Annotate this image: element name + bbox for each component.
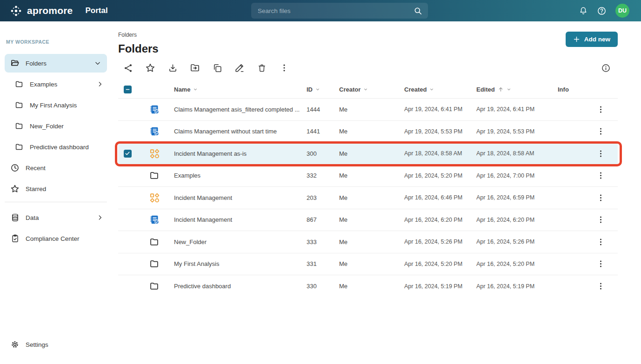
folder-icon	[14, 101, 24, 109]
sidebar: MY WORKSPACE Folders Examples	[0, 21, 112, 364]
sidebar-item-predictive-dashboard[interactable]: Predictive dashboard	[0, 138, 112, 156]
copy-icon[interactable]	[212, 62, 223, 73]
star-icon	[10, 184, 20, 193]
star-icon[interactable]	[145, 62, 156, 73]
table-row[interactable]: My First Analysis331MeApr 16, 2024, 5:20…	[118, 253, 618, 276]
user-avatar[interactable]: DU	[615, 4, 629, 18]
folder-icon	[137, 259, 165, 269]
item-edited: Apr 16, 2024, 7:00 PM	[476, 172, 558, 179]
sidebar-item-data[interactable]: Data	[0, 208, 112, 227]
brand: apromore	[10, 5, 73, 17]
item-creator: Me	[339, 283, 404, 290]
help-icon[interactable]	[597, 6, 607, 16]
item-id: 867	[307, 216, 339, 223]
item-creator: Me	[339, 172, 404, 179]
table-row[interactable]: Incident Management867MeApr 16, 2024, 6:…	[118, 209, 618, 232]
item-name[interactable]: My First Analysis	[165, 260, 307, 267]
item-created: Apr 19, 2024, 6:41 PM	[404, 106, 476, 113]
sort-chevron-icon	[315, 87, 320, 92]
item-edited: Apr 19, 2024, 6:41 PM	[476, 106, 558, 113]
folder-icon	[14, 143, 24, 151]
edit-icon[interactable]	[234, 62, 245, 73]
table-row[interactable]: Incident Management as-is300MeApr 18, 20…	[118, 143, 618, 165]
delete-trash-icon[interactable]	[256, 62, 267, 73]
folder-icon	[14, 122, 24, 130]
row-menu-kebab-icon[interactable]	[595, 281, 606, 292]
column-header-id[interactable]: ID	[307, 86, 339, 93]
row-checkbox-cell[interactable]	[118, 150, 137, 158]
sidebar-item-settings[interactable]: Settings	[0, 335, 112, 354]
item-edited: Apr 19, 2024, 5:53 PM	[476, 128, 558, 135]
search-bar[interactable]	[251, 3, 428, 19]
sidebar-item-starred[interactable]: Starred	[0, 179, 112, 198]
table-row[interactable]: Predictive dashboard330MeApr 16, 2024, 5…	[118, 275, 618, 298]
chevron-right-icon[interactable]	[97, 214, 103, 221]
item-created: Apr 16, 2024, 5:19 PM	[404, 283, 476, 290]
sidebar-item-compliance-center[interactable]: Compliance Center	[0, 229, 112, 248]
item-name[interactable]: Incident Management	[165, 216, 307, 223]
download-icon[interactable]	[167, 62, 178, 73]
column-header-info: Info	[558, 86, 618, 93]
row-menu-kebab-icon[interactable]	[595, 192, 606, 203]
share-icon[interactable]	[122, 62, 134, 73]
item-name[interactable]: Examples	[165, 172, 307, 179]
search-input[interactable]	[251, 7, 414, 14]
chevron-right-icon[interactable]	[97, 81, 103, 87]
event-log-icon	[137, 214, 165, 225]
sidebar-divider	[5, 202, 107, 202]
item-name[interactable]: Claims Management asis_filtered complete…	[165, 106, 307, 113]
row-checkbox[interactable]	[124, 150, 132, 158]
item-name[interactable]: Incident Management	[165, 194, 307, 201]
row-menu-kebab-icon[interactable]	[595, 148, 606, 159]
table-row[interactable]: Examples332MeApr 16, 2024, 5:20 PMApr 16…	[118, 165, 618, 187]
info-icon[interactable]	[600, 62, 611, 73]
row-menu-kebab-icon[interactable]	[595, 258, 606, 270]
item-id: 1444	[307, 106, 339, 113]
row-menu-kebab-icon[interactable]	[595, 236, 606, 247]
table-row[interactable]: Incident Management203MeApr 16, 2024, 6:…	[118, 187, 618, 209]
item-name[interactable]: Predictive dashboard	[165, 283, 307, 290]
gear-icon	[10, 340, 20, 349]
item-creator: Me	[339, 216, 404, 223]
item-creator: Me	[339, 128, 404, 135]
table-row[interactable]: New_Folder333MeApr 16, 2024, 5:26 PMApr …	[118, 231, 618, 253]
column-header-edited[interactable]: Edited	[476, 86, 558, 93]
sidebar-item-folders[interactable]: Folders	[5, 54, 107, 73]
item-name[interactable]: Claims Management without start time	[165, 128, 307, 135]
more-options-kebab-icon[interactable]	[279, 62, 290, 73]
sort-chevron-icon	[507, 87, 511, 92]
breadcrumb[interactable]: Folders	[118, 32, 618, 38]
item-edited: Apr 18, 2024, 8:58 AM	[476, 150, 558, 157]
folder-icon	[14, 80, 24, 88]
table-row[interactable]: Claims Management asis_filtered complete…	[118, 99, 618, 121]
item-created: Apr 16, 2024, 5:26 PM	[404, 238, 476, 245]
move-to-folder-icon[interactable]	[189, 62, 200, 73]
top-bar: apromore Portal DU	[0, 0, 641, 21]
app-name: Portal	[85, 6, 107, 15]
item-name[interactable]: Incident Management as-is	[165, 150, 307, 157]
column-header-creator[interactable]: Creator	[339, 86, 404, 93]
search-icon[interactable]	[414, 7, 422, 15]
row-menu-kebab-icon[interactable]	[595, 170, 606, 181]
column-header-name[interactable]: Name	[165, 86, 307, 93]
sort-chevron-icon	[193, 87, 198, 92]
database-icon	[10, 213, 20, 222]
chevron-down-icon[interactable]	[94, 60, 101, 66]
row-menu-kebab-icon[interactable]	[595, 214, 606, 225]
select-all-checkbox[interactable]	[124, 86, 132, 93]
item-edited: Apr 16, 2024, 5:26 PM	[476, 238, 558, 245]
item-name[interactable]: New_Folder	[165, 238, 307, 245]
sidebar-item-recent[interactable]: Recent	[0, 159, 112, 177]
item-created: Apr 16, 2024, 6:46 PM	[404, 194, 476, 201]
row-menu-kebab-icon[interactable]	[595, 104, 606, 115]
process-model-icon	[137, 148, 165, 159]
row-menu-kebab-icon[interactable]	[595, 126, 606, 137]
sidebar-item-new-folder[interactable]: New_Folder	[0, 117, 112, 135]
notifications-bell-icon[interactable]	[579, 6, 588, 16]
add-new-button[interactable]: Add new	[566, 32, 618, 47]
item-edited: Apr 16, 2024, 5:20 PM	[476, 261, 558, 267]
sidebar-item-my-first-analysis[interactable]: My First Analysis	[0, 96, 112, 114]
table-row[interactable]: Claims Management without start time1441…	[118, 121, 618, 143]
column-header-created[interactable]: Created	[404, 86, 476, 93]
sidebar-item-examples[interactable]: Examples	[0, 75, 112, 93]
